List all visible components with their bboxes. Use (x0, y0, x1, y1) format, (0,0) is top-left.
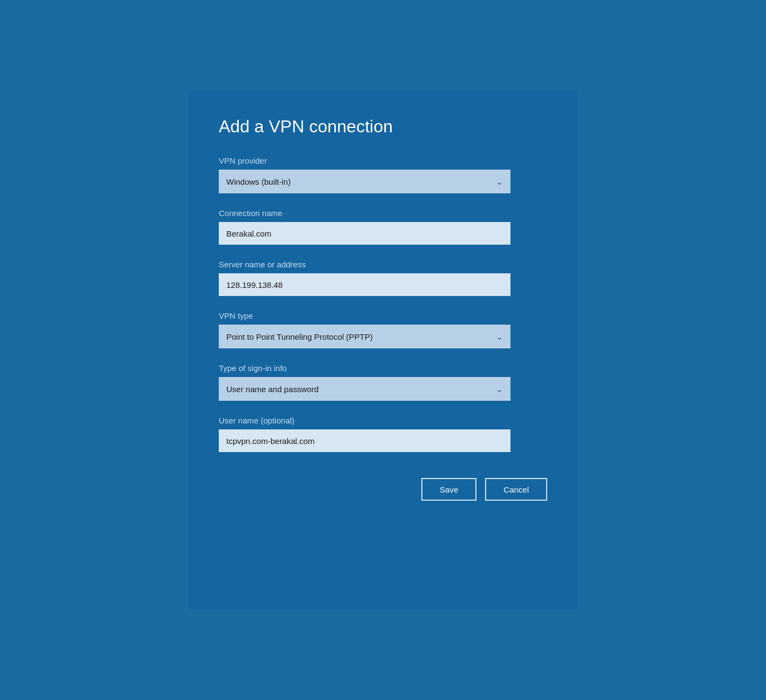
username-label: User name (optional) (219, 416, 547, 425)
server-name-label: Server name or address (219, 260, 547, 269)
sign-in-info-select-wrapper: User name and passwordSmart cardOne-time… (219, 377, 510, 401)
vpn-type-select[interactable]: Point to Point Tunneling Protocol (PPTP)… (219, 325, 510, 348)
dialog-title: Add a VPN connection (219, 117, 547, 137)
connection-name-group: Connection name (219, 208, 547, 245)
vpn-dialog: Add a VPN connection VPN provider Window… (189, 91, 577, 609)
save-button[interactable]: Save (421, 478, 476, 501)
server-name-input[interactable] (219, 273, 510, 296)
username-input[interactable] (219, 429, 510, 452)
connection-name-input[interactable] (219, 222, 510, 245)
vpn-provider-group: VPN provider Windows (built-in) ⌄ (219, 156, 547, 193)
vpn-type-label: VPN type (219, 311, 547, 320)
vpn-provider-select[interactable]: Windows (built-in) (219, 170, 510, 193)
vpn-provider-select-wrapper: Windows (built-in) ⌄ (219, 170, 510, 193)
sign-in-info-label: Type of sign-in info (219, 364, 547, 373)
sign-in-info-select[interactable]: User name and passwordSmart cardOne-time… (219, 377, 510, 401)
button-row: Save Cancel (219, 478, 547, 501)
cancel-button[interactable]: Cancel (485, 478, 547, 501)
vpn-type-select-wrapper: Point to Point Tunneling Protocol (PPTP)… (219, 325, 510, 348)
vpn-provider-label: VPN provider (219, 156, 547, 165)
server-name-group: Server name or address (219, 260, 547, 296)
username-group: User name (optional) (219, 416, 547, 452)
connection-name-label: Connection name (219, 208, 547, 218)
sign-in-info-group: Type of sign-in info User name and passw… (219, 364, 547, 401)
vpn-type-group: VPN type Point to Point Tunneling Protoc… (219, 311, 547, 348)
